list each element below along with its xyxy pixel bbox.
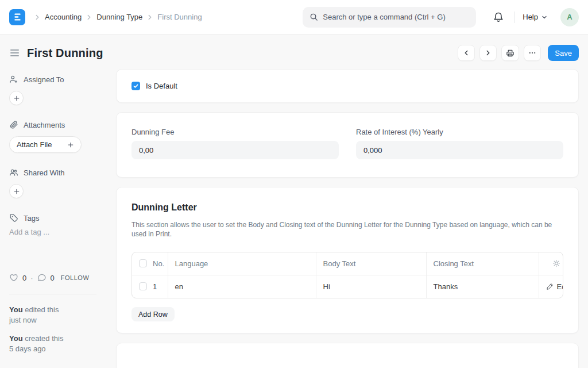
edited-action: edited this [23, 305, 59, 314]
dot-separator: · [30, 274, 33, 282]
column-no: No. [153, 259, 164, 268]
document-social-row: 0 · 0 FOLLOW [9, 273, 102, 282]
cell-body-text[interactable]: Hi [316, 275, 426, 298]
breadcrumb-current: First Dunning [157, 13, 202, 21]
add-row-button[interactable]: Add Row [131, 307, 175, 321]
row-checkbox[interactable] [139, 282, 147, 290]
navbar: Accounting Dunning Type First Dunning He… [0, 0, 588, 34]
search-icon [310, 13, 318, 21]
column-body-text: Body Text [316, 252, 426, 275]
notifications-button[interactable] [491, 10, 506, 25]
prev-document-button[interactable] [458, 45, 475, 61]
breadcrumb-dunning-type[interactable]: Dunning Type [96, 13, 142, 21]
created-stamp: You created this 5 days ago [9, 334, 102, 354]
sidebar-toggle-button[interactable] [9, 48, 20, 57]
rate-of-interest-field: Rate of Interest (%) Yearly [356, 128, 563, 159]
dunning-letter-grid: No. Language Body Text Closing Text [131, 252, 563, 298]
comment-icon[interactable] [37, 273, 47, 282]
edited-stamp: You edited this just now [9, 305, 102, 325]
paperclip-icon [9, 120, 18, 129]
sidebar-divider [9, 294, 96, 294]
chevron-right-icon [85, 13, 93, 21]
print-button[interactable] [501, 45, 519, 61]
heart-icon[interactable] [9, 273, 18, 282]
users-icon [9, 168, 18, 177]
row-edit-button[interactable]: Edit [546, 282, 564, 291]
column-closing-text: Closing Text [426, 252, 539, 275]
plus-icon [13, 188, 20, 195]
user-avatar[interactable]: A [560, 8, 579, 26]
grid-settings-button[interactable] [546, 259, 564, 267]
shared-with-section: Shared With [9, 168, 102, 198]
menu-icon [10, 49, 19, 51]
tags-section: Tags Add a tag ... [9, 213, 102, 236]
cell-closing-text[interactable]: Thanks [426, 275, 539, 298]
assigned-to-section: Assigned To [9, 75, 102, 105]
created-time: 5 days ago [9, 344, 46, 353]
next-section-card [116, 343, 579, 368]
page-actions: Save [458, 45, 579, 61]
tag-icon [9, 213, 18, 223]
global-search[interactable] [303, 7, 476, 28]
is-default-label[interactable]: Is Default [146, 82, 177, 90]
edited-time: just now [9, 316, 37, 324]
add-share-button[interactable] [9, 184, 24, 198]
tags-label: Tags [24, 214, 39, 223]
next-document-button[interactable] [479, 45, 497, 61]
grid-header-row: No. Language Body Text Closing Text [132, 252, 563, 275]
assigned-to-label: Assigned To [24, 75, 64, 84]
form-sidebar: Assigned To Attachments Attach File [9, 69, 102, 362]
page-header: First Dunning Save [0, 34, 588, 69]
help-menu-button[interactable]: Help [523, 13, 548, 21]
select-all-checkbox[interactable] [139, 259, 147, 267]
chevron-down-icon [541, 14, 548, 21]
cell-language[interactable]: en [168, 275, 316, 298]
chevron-right-icon [33, 13, 41, 21]
chevron-right-icon [484, 49, 492, 57]
save-button[interactable]: Save [548, 45, 579, 61]
navbar-divider [514, 12, 514, 23]
dunning-letter-description: This section allows the user to set the … [131, 220, 563, 239]
created-by: You [9, 334, 23, 343]
created-action: created this [23, 334, 64, 343]
comment-count[interactable]: 0 [51, 274, 55, 282]
attachments-section: Attachments Attach File [9, 120, 102, 153]
follow-button[interactable]: FOLLOW [61, 274, 89, 281]
dunning-fee-input[interactable] [131, 141, 339, 159]
row-number: 1 [153, 282, 157, 291]
form-body: Is Default Dunning Fee Rate of Interest … [116, 69, 579, 368]
dunning-fee-label: Dunning Fee [131, 128, 339, 136]
ellipsis-icon [528, 49, 536, 57]
menu-ellipsis-button[interactable] [524, 45, 541, 61]
attach-file-label: Attach File [17, 140, 52, 149]
navbar-right: Help A [491, 8, 579, 26]
breadcrumb-accounting[interactable]: Accounting [45, 13, 82, 21]
breadcrumb: Accounting Dunning Type First Dunning [33, 13, 202, 21]
attach-file-button[interactable]: Attach File [9, 136, 82, 153]
bell-icon [493, 12, 504, 22]
fees-card: Dunning Fee Rate of Interest (%) Yearly [116, 112, 579, 178]
gear-icon [552, 259, 560, 267]
erpnext-logo-glyph [13, 13, 22, 21]
dunning-letter-card: Dunning Letter This section allows the u… [116, 187, 579, 334]
add-assignment-button[interactable] [9, 91, 24, 105]
is-default-checkbox[interactable] [131, 82, 140, 90]
add-tag-input[interactable]: Add a tag ... [9, 228, 102, 236]
app-logo-icon[interactable] [9, 9, 25, 25]
edit-label: Edit [557, 282, 564, 291]
page-title: First Dunning [27, 47, 103, 60]
search-input[interactable] [323, 13, 469, 21]
rate-of-interest-input[interactable] [356, 141, 563, 159]
dunning-fee-field: Dunning Fee [131, 128, 339, 159]
attachments-label: Attachments [24, 121, 65, 129]
pencil-icon [546, 283, 554, 290]
column-language: Language [168, 252, 316, 275]
shared-with-label: Shared With [24, 168, 65, 177]
like-count[interactable]: 0 [22, 274, 26, 282]
plus-icon [67, 141, 74, 148]
edited-by: You [9, 305, 23, 314]
user-plus-icon [9, 75, 18, 84]
plus-icon [13, 95, 20, 102]
printer-icon [506, 49, 514, 57]
grid-row[interactable]: 1 en Hi Thanks [132, 275, 563, 298]
